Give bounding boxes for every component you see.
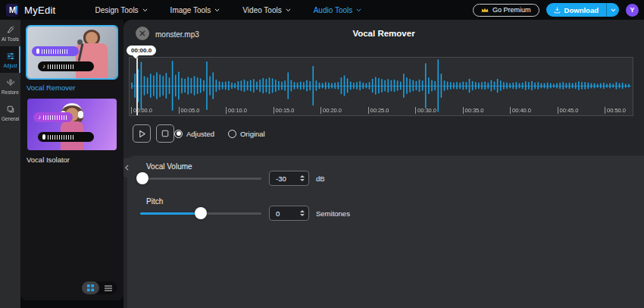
sidebar-item-adjust[interactable]: Adjust: [0, 46, 20, 73]
vocal-volume-unit: dB: [316, 174, 325, 183]
radio-label: Adjusted: [186, 130, 214, 138]
nav-design-tools[interactable]: Design Tools: [95, 6, 148, 14]
user-avatar[interactable]: Y: [626, 4, 639, 17]
card-label-vocal-isolator[interactable]: Vocal Isolator: [27, 156, 123, 164]
card-label-vocal-remover[interactable]: Vocal Remover: [27, 83, 123, 92]
waveform-bars: [42, 49, 67, 54]
pitch-unit: Semitones: [316, 209, 350, 218]
radio-unselected-icon: [228, 130, 236, 138]
topbar-actions: Go Premium Download Y: [473, 3, 639, 17]
nav-audio-tools[interactable]: Audio Tools: [314, 6, 362, 14]
radio-adjusted[interactable]: Adjusted: [174, 130, 214, 138]
pitch-value: 0: [276, 209, 280, 218]
card-vocal-isolator[interactable]: ♪: [26, 97, 118, 152]
sidebar-item-ai-tools[interactable]: AI Tools: [0, 20, 20, 46]
waveform-panel[interactable]: 00:00.000:05.000:10.000:15.000:20.000:25…: [129, 57, 633, 116]
step-down-icon[interactable]: [300, 179, 305, 181]
timeline-tick: 00:15.0: [274, 107, 295, 114]
radio-original[interactable]: Original: [228, 130, 265, 138]
nav-label: Audio Tools: [314, 6, 353, 14]
chevron-down-icon: [142, 8, 148, 12]
download-options-button[interactable]: [606, 3, 619, 17]
waveform-bars: [48, 135, 73, 140]
chevron-down-icon: [356, 8, 361, 12]
chevron-left-icon: [125, 165, 129, 171]
slider-thumb[interactable]: [136, 172, 148, 184]
sidebar-item-label: Restore: [2, 90, 19, 95]
download-button[interactable]: Download: [546, 3, 606, 17]
logo-text: MyEdit: [24, 5, 56, 16]
step-up-icon[interactable]: [300, 210, 305, 212]
go-premium-label: Go Premium: [492, 6, 531, 14]
chevron-down-icon: [286, 8, 291, 12]
tool-sidebar: AI Tools Adjust Restore General: [0, 20, 20, 308]
crown-icon: [481, 7, 489, 13]
nav-label: Video Tools: [242, 6, 281, 14]
vocal-volume-input[interactable]: -30: [269, 171, 309, 186]
download-icon: [554, 7, 561, 14]
play-icon: [138, 130, 146, 138]
sliders-icon: [6, 52, 15, 61]
play-button[interactable]: [133, 124, 151, 143]
editor-area: monster.mp3 Vocal Remover 00:00.0 00:00.…: [123, 20, 644, 308]
grid-view-button[interactable]: [82, 281, 99, 294]
list-icon: [105, 285, 112, 291]
playhead-time-bubble[interactable]: 00:00.0: [127, 46, 156, 55]
step-up-icon[interactable]: [300, 175, 305, 178]
timeline-tick: 00:35.0: [463, 107, 484, 114]
sidebar-item-label: General: [2, 116, 19, 121]
avatar-initial: Y: [630, 6, 634, 14]
myedit-logo-icon: M: [6, 4, 19, 17]
pitch-slider[interactable]: [140, 207, 261, 219]
sidebar-item-label: Adjust: [3, 63, 17, 68]
top-bar: M MyEdit Design Tools Image Tools Video …: [0, 0, 644, 20]
stop-button[interactable]: [156, 124, 174, 143]
timeline-tick: 00:25.0: [368, 107, 389, 114]
chevron-down-icon: [611, 8, 616, 12]
vocal-remover-thumbnail: ♪: [27, 27, 117, 78]
pitch-input[interactable]: 0: [269, 206, 309, 221]
playhead-line[interactable]: [136, 58, 138, 115]
vocal-volume-slider[interactable]: [140, 172, 261, 184]
grid-icon: [87, 284, 94, 291]
nav-image-tools[interactable]: Image Tools: [170, 6, 220, 14]
nav-video-tools[interactable]: Video Tools: [242, 6, 290, 14]
music-track-pill: ♪: [33, 112, 73, 122]
timeline-tick: 00:30.0: [415, 107, 436, 114]
go-premium-button[interactable]: Go Premium: [473, 4, 539, 17]
slider-track[interactable]: [140, 178, 261, 180]
stepper-arrows[interactable]: [300, 171, 305, 185]
download-split-button: Download: [546, 3, 619, 17]
slider-thumb[interactable]: [195, 207, 207, 219]
timeline-tick: 00:45.0: [558, 107, 579, 114]
stop-icon: [161, 130, 169, 137]
timeline-tick: 00:40.0: [510, 107, 531, 114]
mic-icon: [36, 49, 39, 54]
magic-pen-icon: [6, 25, 15, 34]
vocal-volume-label: Vocal Volume: [146, 162, 192, 171]
myedit-logo[interactable]: M MyEdit: [6, 4, 56, 17]
step-down-icon[interactable]: [300, 214, 305, 216]
list-view-button[interactable]: [99, 281, 117, 294]
card-vocal-remover[interactable]: ♪: [26, 25, 118, 80]
timeline-tick: 00:10.0: [226, 107, 247, 114]
stepper-arrows[interactable]: [300, 206, 305, 220]
waveform-bars: [43, 115, 68, 120]
mic-icon: [42, 134, 45, 140]
music-track-pill: ♪: [38, 61, 94, 71]
adjustment-panel: Vocal Volume -30 dB Pitch 0 Semitones: [127, 156, 644, 308]
radio-selected-icon: [174, 130, 183, 138]
timeline-tick: 00:05.0: [179, 107, 200, 114]
slider-fill: [140, 212, 201, 215]
sidebar-item-restore[interactable]: Restore: [0, 73, 20, 99]
vocal-volume-value: -30: [276, 174, 286, 183]
chevron-down-icon: [214, 8, 220, 12]
sidebar-item-general[interactable]: General: [0, 99, 20, 126]
sidebar-item-label: AI Tools: [2, 36, 19, 42]
view-mode-toggle: [82, 281, 117, 294]
timeline-tick: 00:20.0: [320, 107, 342, 114]
timeline-tick: 00:50.0: [605, 107, 626, 114]
vocal-isolator-thumbnail: ♪: [27, 99, 117, 150]
vocal-track-pill: [32, 46, 79, 56]
timeline-tick: 00:00.0: [131, 107, 152, 114]
